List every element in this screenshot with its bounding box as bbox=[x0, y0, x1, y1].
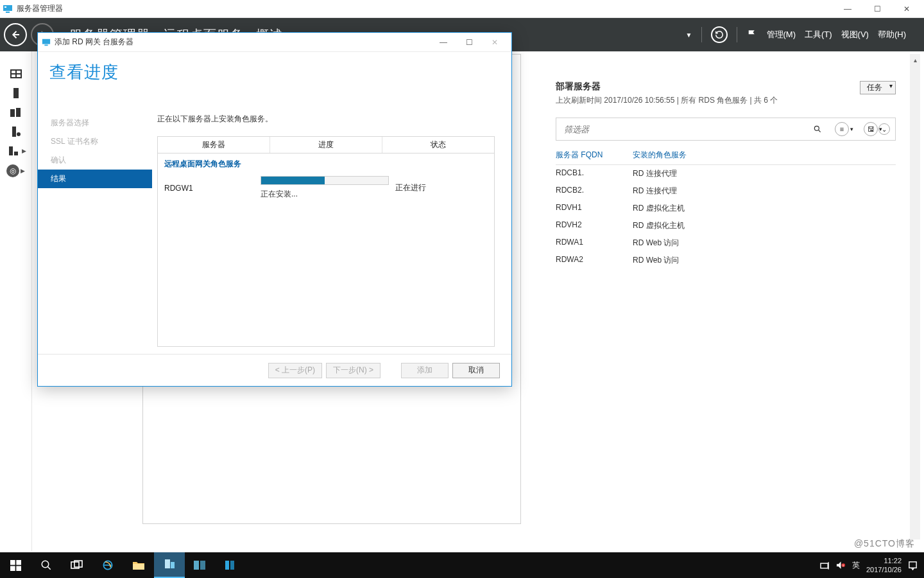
svg-rect-32 bbox=[230, 561, 234, 570]
menu-help[interactable]: 帮助(H) bbox=[878, 29, 906, 40]
deploy-title: 部署服务器 bbox=[556, 81, 896, 92]
nav-file-services-icon[interactable] bbox=[8, 126, 24, 137]
svg-rect-20 bbox=[10, 566, 15, 571]
svg-rect-16 bbox=[42, 39, 50, 44]
col-fqdn[interactable]: 服务器 FQDN bbox=[556, 150, 633, 161]
back-button[interactable] bbox=[4, 23, 27, 46]
nav-dashboard-icon[interactable] bbox=[8, 68, 24, 80]
nav-expand-icon[interactable]: ▶ bbox=[22, 148, 26, 154]
tasks-dropdown[interactable]: 任务 bbox=[860, 81, 896, 94]
wizard-main: 正在以下服务器上安装角色服务。 服务器 进度 状态 远程桌面网关角色服务 RDG… bbox=[152, 52, 511, 354]
svg-rect-29 bbox=[194, 561, 199, 570]
col-role[interactable]: 安装的角色服务 bbox=[633, 150, 687, 161]
taskbar-app-icon-2[interactable] bbox=[216, 552, 246, 578]
svg-point-12 bbox=[17, 132, 21, 136]
nav-rds-icon[interactable]: ◎ bbox=[6, 164, 19, 177]
flag-icon[interactable] bbox=[746, 29, 758, 40]
svg-point-15 bbox=[814, 126, 819, 130]
wizard-footer: < 上一步(P) 下一步(N) > 添加 取消 bbox=[38, 354, 511, 386]
svg-rect-28 bbox=[171, 562, 175, 568]
svg-rect-8 bbox=[13, 88, 19, 98]
tray-ime[interactable]: 英 bbox=[852, 560, 860, 571]
step-results[interactable]: 结果 bbox=[38, 170, 152, 188]
menu-manage[interactable]: 管理(M) bbox=[767, 29, 796, 40]
row-status: 正在进行 bbox=[395, 182, 488, 193]
tray-clock[interactable]: 11:22 2017/10/26 bbox=[866, 556, 902, 574]
svg-rect-14 bbox=[14, 152, 18, 155]
left-nav-rail: ▶ ◎ ▶ bbox=[0, 51, 32, 551]
svg-rect-36 bbox=[909, 561, 916, 567]
task-view-button[interactable] bbox=[62, 552, 92, 578]
wizard-grid: 服务器 进度 状态 远程桌面网关角色服务 RDGW1 正在安装... 正在进行 bbox=[157, 136, 495, 347]
table-row[interactable]: RDWA2RD Web 访问 bbox=[556, 252, 896, 269]
step-ssl-cert: SSL 证书名称 bbox=[38, 132, 152, 151]
chevron-down-icon[interactable]: ▾ bbox=[850, 126, 853, 132]
system-tray: x 英 11:22 2017/10/26 bbox=[820, 556, 924, 574]
wizard-intro: 正在以下服务器上安装角色服务。 bbox=[157, 114, 495, 125]
watermark: @51CTO博客 bbox=[854, 538, 915, 550]
next-button: 下一步(N) > bbox=[326, 363, 381, 378]
main-window-titlebar: 服务器管理器 — ☐ ✕ bbox=[0, 0, 924, 18]
menu-tools[interactable]: 工具(T) bbox=[805, 29, 832, 40]
svg-rect-11 bbox=[12, 127, 16, 137]
tray-volume-icon[interactable]: x bbox=[836, 561, 846, 570]
wizard-maximize-button[interactable]: ☐ bbox=[456, 33, 482, 51]
progress-label: 正在安装... bbox=[261, 189, 395, 200]
svg-rect-17 bbox=[44, 44, 47, 46]
close-button[interactable]: ✕ bbox=[892, 0, 921, 18]
menu-view[interactable]: 视图(V) bbox=[841, 29, 869, 40]
wizard-titlebar[interactable]: 添加 RD 网关 台服务器 — ☐ ✕ bbox=[38, 33, 511, 52]
nav-iis-icon[interactable] bbox=[5, 145, 21, 157]
scroll-up-icon[interactable]: ▴ bbox=[910, 54, 920, 66]
deploy-subline: 上次刷新时间 2017/10/26 10:56:55 | 所有 RDS 角色服务… bbox=[556, 95, 896, 106]
table-row[interactable]: RDVH2RD 虚拟化主机 bbox=[556, 217, 896, 234]
search-icon[interactable] bbox=[813, 125, 822, 134]
deploy-toolbar: ≡▾ 🖫▾ ⌄ bbox=[556, 118, 896, 141]
refresh-icon[interactable] bbox=[711, 26, 728, 43]
start-button[interactable] bbox=[0, 552, 31, 578]
list-view-icon[interactable]: ≡ bbox=[835, 122, 849, 136]
svg-rect-19 bbox=[16, 560, 21, 565]
minimize-button[interactable]: — bbox=[833, 0, 862, 18]
deploy-table-header: 服务器 FQDN 安装的角色服务 bbox=[556, 150, 896, 165]
col-progress: 进度 bbox=[270, 137, 382, 153]
wizard-grid-header: 服务器 进度 状态 bbox=[158, 137, 494, 153]
wizard-title: 添加 RD 网关 台服务器 bbox=[55, 37, 133, 48]
nav-all-servers-icon[interactable] bbox=[8, 107, 24, 118]
tray-notifications-icon[interactable] bbox=[908, 561, 918, 570]
table-row[interactable]: RDVH1RD 虚拟化主机 bbox=[556, 200, 896, 217]
deployment-servers-panel: 部署服务器 上次刷新时间 2017/10/26 10:56:55 | 所有 RD… bbox=[556, 81, 896, 524]
wizard-icon bbox=[42, 38, 51, 47]
server-manager-taskbar-icon[interactable] bbox=[154, 552, 185, 578]
vertical-scrollbar[interactable]: ▴ bbox=[910, 54, 920, 539]
ie-icon[interactable] bbox=[92, 552, 123, 578]
maximize-button[interactable]: ☐ bbox=[862, 0, 892, 18]
table-row[interactable]: RDCB1.RD 连接代理 bbox=[556, 165, 896, 182]
svg-rect-6 bbox=[12, 74, 15, 77]
file-explorer-icon[interactable] bbox=[123, 552, 154, 578]
progress-bar bbox=[261, 176, 389, 185]
cancel-button[interactable]: 取消 bbox=[452, 363, 500, 378]
nav-local-server-icon[interactable] bbox=[8, 87, 24, 99]
svg-rect-5 bbox=[17, 71, 21, 73]
expand-icon[interactable]: ⌄ bbox=[878, 123, 890, 135]
svg-rect-7 bbox=[17, 74, 21, 77]
save-view-icon[interactable]: 🖫 bbox=[864, 122, 878, 136]
tray-network-icon[interactable] bbox=[820, 561, 830, 570]
table-row[interactable]: RDCB2.RD 连接代理 bbox=[556, 182, 896, 200]
nav-expand-icon-2[interactable]: ▶ bbox=[21, 168, 25, 174]
taskbar: x 英 11:22 2017/10/26 bbox=[0, 552, 924, 578]
search-button[interactable] bbox=[31, 552, 62, 578]
svg-rect-4 bbox=[12, 71, 15, 73]
wizard-minimize-button[interactable]: — bbox=[431, 33, 456, 51]
breadcrumb-dropdown-icon[interactable]: ▼ bbox=[686, 31, 692, 39]
table-row[interactable]: RDWA1RD Web 访问 bbox=[556, 234, 896, 252]
svg-rect-10 bbox=[16, 108, 21, 117]
svg-rect-21 bbox=[16, 566, 21, 571]
taskbar-app-icon-1[interactable] bbox=[185, 552, 216, 578]
svg-rect-18 bbox=[10, 560, 15, 565]
wizard-row: RDGW1 正在安装... 正在进行 bbox=[164, 176, 488, 200]
filter-input[interactable] bbox=[560, 122, 689, 136]
main-window-title: 服务器管理器 bbox=[17, 3, 63, 14]
svg-rect-1 bbox=[4, 6, 6, 8]
